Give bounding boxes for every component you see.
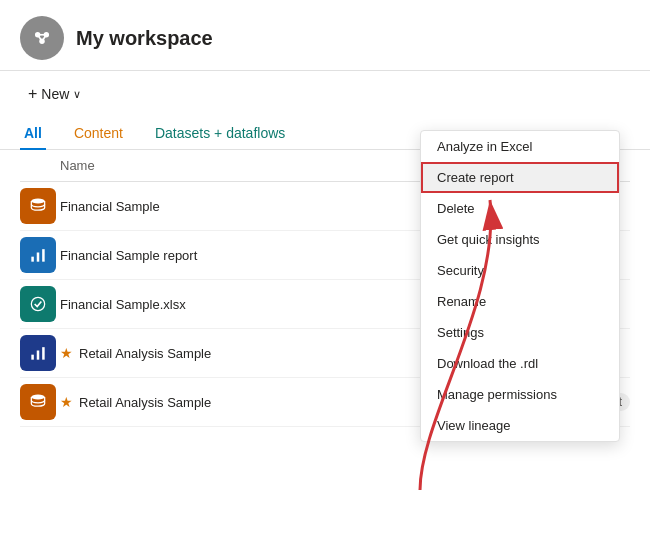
header: My workspace bbox=[0, 0, 650, 71]
menu-item-delete[interactable]: Delete bbox=[421, 193, 619, 224]
svg-point-6 bbox=[31, 199, 44, 204]
svg-rect-9 bbox=[42, 249, 44, 261]
svg-point-14 bbox=[31, 395, 44, 400]
plus-icon: + bbox=[28, 85, 37, 103]
menu-item-analyze-excel[interactable]: Analyze in Excel bbox=[421, 131, 619, 162]
row-icon-chart bbox=[20, 335, 56, 371]
menu-item-create-report[interactable]: Create report bbox=[421, 162, 619, 193]
row-icon-database bbox=[20, 188, 56, 224]
menu-item-manage-permissions[interactable]: Manage permissions bbox=[421, 379, 619, 410]
context-menu: Analyze in Excel Create report Delete Ge… bbox=[420, 130, 620, 442]
tab-content[interactable]: Content bbox=[70, 117, 127, 149]
svg-rect-11 bbox=[31, 355, 33, 360]
svg-rect-8 bbox=[37, 253, 40, 262]
svg-point-10 bbox=[31, 297, 44, 310]
tab-datasets-dataflows[interactable]: Datasets + dataflows bbox=[151, 117, 289, 149]
header-icon-col bbox=[20, 158, 60, 173]
new-label: New bbox=[41, 86, 69, 102]
row-icon-xlsx bbox=[20, 286, 56, 322]
star-badge: ★ bbox=[60, 394, 73, 410]
menu-item-rename[interactable]: Rename bbox=[421, 286, 619, 317]
menu-item-view-lineage[interactable]: View lineage bbox=[421, 410, 619, 441]
svg-rect-13 bbox=[42, 347, 44, 360]
svg-rect-7 bbox=[31, 257, 33, 262]
row-icon-database bbox=[20, 384, 56, 420]
menu-item-download-rdl[interactable]: Download the .rdl bbox=[421, 348, 619, 379]
svg-rect-12 bbox=[37, 351, 40, 360]
row-icon-chart bbox=[20, 237, 56, 273]
tab-all[interactable]: All bbox=[20, 117, 46, 149]
avatar bbox=[20, 16, 64, 60]
chevron-down-icon: ∨ bbox=[73, 88, 81, 101]
star-badge: ★ bbox=[60, 345, 73, 361]
toolbar: + New ∨ bbox=[0, 71, 650, 117]
menu-item-security[interactable]: Security bbox=[421, 255, 619, 286]
workspace-title: My workspace bbox=[76, 27, 213, 50]
menu-item-settings[interactable]: Settings bbox=[421, 317, 619, 348]
menu-item-quick-insights[interactable]: Get quick insights bbox=[421, 224, 619, 255]
new-button[interactable]: + New ∨ bbox=[20, 81, 89, 107]
